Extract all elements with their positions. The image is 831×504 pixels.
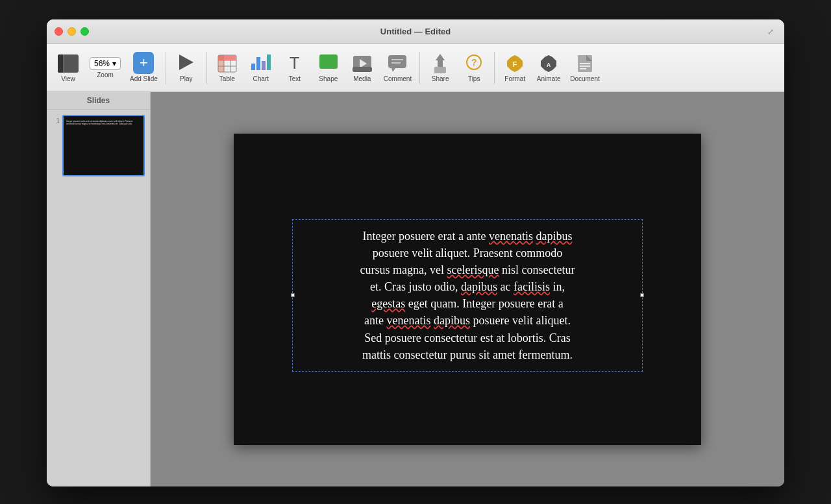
chart-bar-1 xyxy=(251,64,255,70)
divider-1 xyxy=(166,52,166,84)
sidebar-title: Slides xyxy=(47,92,150,110)
animate-icon-svg: A xyxy=(540,54,558,73)
table-label: Table xyxy=(219,75,235,82)
spell-check-word-6: egestas xyxy=(371,297,405,310)
resize-handle-right[interactable] xyxy=(640,293,644,297)
media-label: Media xyxy=(353,75,371,82)
chart-button[interactable]: Chart xyxy=(245,51,277,85)
tips-question-icon: ? xyxy=(466,54,482,70)
spell-check-word-7: venenatis xyxy=(387,314,431,327)
text-button[interactable]: T Text xyxy=(279,51,311,85)
shape-icon xyxy=(318,53,339,74)
text-box[interactable]: Integer posuere erat a ante venenatis da… xyxy=(292,219,643,372)
svg-rect-9 xyxy=(218,55,224,72)
table-icon xyxy=(217,53,238,74)
chart-bars-icon xyxy=(251,53,271,70)
zoom-chevron-icon: ▾ xyxy=(112,59,116,68)
slide-1-number: 1 xyxy=(52,117,60,125)
comment-label: Comment xyxy=(384,75,412,82)
view-button[interactable]: View xyxy=(52,51,84,85)
play-button[interactable]: Play xyxy=(170,51,203,85)
document-button[interactable]: Document xyxy=(566,51,604,85)
format-icon: F xyxy=(504,53,525,74)
slide-1-thumbnail[interactable]: Integer posuere erat a ante venenatis da… xyxy=(62,115,145,176)
play-label: Play xyxy=(180,75,192,82)
slide-thumbnails: 1 Integer posuere erat a ante venenatis … xyxy=(47,110,150,182)
slide-1-thumb-text: Integer posuere erat a ante venenatis da… xyxy=(66,120,141,125)
app-window: Untitled — Edited ⤢ View 56% ▾ Zoom xyxy=(47,19,784,486)
shape-button[interactable]: Shape xyxy=(312,51,345,85)
table-icon-svg xyxy=(217,54,237,73)
zoom-value: 56% xyxy=(94,59,110,68)
spell-check-word-8: dapibus xyxy=(434,314,470,327)
divider-3 xyxy=(419,52,420,84)
add-slide-icon: + xyxy=(133,53,154,74)
main-area: Slides 1 Integer posuere erat a ante ven… xyxy=(47,92,784,486)
svg-rect-1 xyxy=(58,54,64,73)
format-label: Format xyxy=(504,75,525,82)
add-slide-plus-icon: + xyxy=(133,52,154,74)
zoom-label: Zoom xyxy=(97,71,114,78)
chart-label: Chart xyxy=(253,75,269,82)
divider-2 xyxy=(206,52,207,84)
resize-handle-left[interactable] xyxy=(291,293,295,297)
media-button[interactable]: Media xyxy=(346,51,378,85)
title-bar: Untitled — Edited ⤢ xyxy=(47,19,784,44)
tips-button[interactable]: ? Tips xyxy=(458,51,490,85)
tips-label: Tips xyxy=(468,75,480,82)
slides-sidebar: Slides 1 Integer posuere erat a ante ven… xyxy=(47,92,151,486)
comment-icon xyxy=(387,53,408,74)
table-button[interactable]: Table xyxy=(211,51,243,85)
chart-bar-4 xyxy=(267,54,271,70)
document-label: Document xyxy=(570,75,600,82)
traffic-lights xyxy=(55,27,89,36)
media-icon xyxy=(352,53,373,74)
comment-button[interactable]: Comment xyxy=(380,51,416,85)
view-icon-svg xyxy=(58,54,79,73)
svg-marker-14 xyxy=(391,68,395,72)
slide-canvas[interactable]: Integer posuere erat a ante venenatis da… xyxy=(234,134,701,445)
format-button[interactable]: F Format xyxy=(499,51,531,85)
add-slide-label: Add Slide xyxy=(130,75,158,82)
svg-rect-19 xyxy=(434,67,446,73)
spell-check-word-5: facilisis xyxy=(514,280,550,293)
view-icon xyxy=(58,53,79,74)
spell-check-word-1: venenatis xyxy=(489,230,533,243)
add-slide-button[interactable]: + Add Slide xyxy=(126,51,162,85)
slide-1-wrapper: 1 Integer posuere erat a ante venenatis … xyxy=(52,115,145,176)
document-icon-svg xyxy=(577,54,593,73)
maximize-button[interactable] xyxy=(81,27,89,36)
toolbar: View 56% ▾ Zoom + Add Slide Play xyxy=(47,44,784,92)
document-icon xyxy=(575,53,595,74)
minimize-button[interactable] xyxy=(68,27,76,36)
spell-check-word-3: scelerisque xyxy=(447,263,499,276)
shape-rect-icon xyxy=(319,54,338,69)
zoom-dropdown[interactable]: 56% ▾ xyxy=(90,57,121,70)
divider-4 xyxy=(494,52,495,84)
animate-icon: A xyxy=(538,53,559,74)
text-icon: T xyxy=(284,53,305,74)
window-title: Untitled — Edited xyxy=(380,27,451,36)
shape-label: Shape xyxy=(319,75,338,82)
fullscreen-button[interactable]: ⤢ xyxy=(767,27,776,36)
svg-text:F: F xyxy=(513,60,517,68)
play-icon xyxy=(176,53,197,74)
close-button[interactable] xyxy=(55,27,63,36)
animate-button[interactable]: A Animate xyxy=(532,51,565,85)
spell-check-word-4: dapibus xyxy=(461,280,497,293)
chart-bar-2 xyxy=(256,57,260,70)
share-label: Share xyxy=(432,75,449,82)
svg-marker-18 xyxy=(436,54,445,60)
chart-icon xyxy=(251,53,271,74)
play-triangle-icon xyxy=(179,54,193,70)
zoom-selector[interactable]: 56% ▾ Zoom xyxy=(86,54,125,81)
canvas-area: Integer posuere erat a ante venenatis da… xyxy=(151,92,784,486)
text-t-icon: T xyxy=(290,54,300,71)
share-button[interactable]: Share xyxy=(424,51,456,85)
comment-icon-svg xyxy=(388,54,407,73)
view-label: View xyxy=(61,75,75,82)
chart-bar-3 xyxy=(262,61,266,70)
share-icon xyxy=(430,53,451,74)
format-icon-svg: F xyxy=(506,54,524,73)
share-icon-svg xyxy=(433,54,447,73)
